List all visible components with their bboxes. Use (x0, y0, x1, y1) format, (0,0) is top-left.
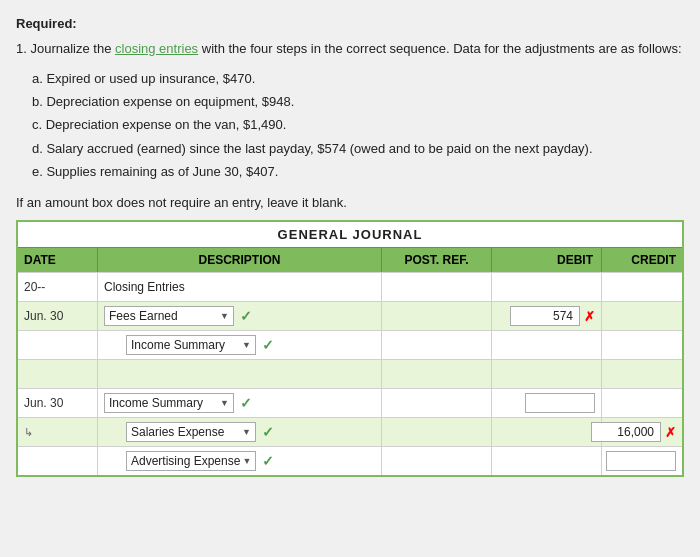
income-summary-dropdown-1[interactable]: Income Summary ▼ (126, 335, 256, 355)
row-ref (382, 331, 492, 359)
instruction-text: 1. Journalize the closing entries with t… (16, 39, 684, 59)
row-credit (602, 331, 682, 359)
dropdown-field: Advertising Expense ▼ ✓ (126, 451, 375, 471)
blank-note: If an amount box does not require an ent… (16, 195, 684, 210)
row-ref (382, 302, 492, 330)
dropdown-field: Salaries Expense ▼ ✓ (126, 422, 375, 442)
dropdown-field: Fees Earned ▼ ✓ (104, 306, 375, 326)
dropdown-arrow-icon: ▼ (242, 427, 251, 437)
credit-empty[interactable] (606, 451, 676, 471)
row-date: Jun. 30 (18, 389, 98, 417)
spacer-desc (98, 360, 382, 388)
table-row: Jun. 30 Fees Earned ▼ ✓ 574 ✗ (18, 301, 682, 330)
row-description: Salaries Expense ▼ ✓ (98, 418, 382, 446)
required-label: Required: (16, 16, 684, 31)
spacer-date (18, 360, 98, 388)
spacer-debit (492, 360, 602, 388)
row-ref (382, 389, 492, 417)
row-description: Income Summary ▼ ✓ (98, 389, 382, 417)
income-summary-label-2: Income Summary (109, 396, 203, 410)
table-row: ↳ Salaries Expense ▼ ✓ 16,000 ✗ (18, 417, 682, 446)
header-date: DATE (18, 248, 98, 272)
spacer-row (18, 359, 682, 388)
header-debit: DEBIT (492, 248, 602, 272)
adjustment-list: a. Expired or used up insurance, $470. b… (32, 67, 684, 184)
table-row: Income Summary ▼ ✓ (18, 330, 682, 359)
closing-entries-link[interactable]: closing entries (115, 41, 198, 56)
row-description: Advertising Expense ▼ ✓ (98, 447, 382, 475)
row-date (18, 447, 98, 475)
advertising-expense-dropdown[interactable]: Advertising Expense ▼ (126, 451, 256, 471)
dropdown-field: Income Summary ▼ ✓ (126, 335, 375, 355)
adjustment-c: c. Depreciation expense on the van, $1,4… (32, 113, 684, 136)
row-debit (492, 389, 602, 417)
row-credit: 16,000 ✗ (602, 418, 682, 446)
row-description: Income Summary ▼ ✓ (98, 331, 382, 359)
income-summary-label-1: Income Summary (131, 338, 225, 352)
row-credit (602, 302, 682, 330)
row-description: Closing Entries (98, 273, 382, 301)
adjustment-a: a. Expired or used up insurance, $470. (32, 67, 684, 90)
debit-empty[interactable] (525, 393, 595, 413)
check-icon: ✓ (262, 337, 274, 353)
journal-title: GENERAL JOURNAL (18, 222, 682, 247)
table-row: Jun. 30 Income Summary ▼ ✓ (18, 388, 682, 417)
check-icon: ✓ (240, 395, 252, 411)
header-post-ref: POST. REF. (382, 248, 492, 272)
row-date (18, 331, 98, 359)
row-debit (492, 331, 602, 359)
journal-header: DATE DESCRIPTION POST. REF. DEBIT CREDIT (18, 247, 682, 272)
spacer-ref (382, 360, 492, 388)
debit-amount[interactable]: 574 (510, 306, 580, 326)
row-debit (492, 447, 602, 475)
table-row: Advertising Expense ▼ ✓ (18, 446, 682, 475)
error-x-icon: ✗ (665, 425, 676, 440)
row-ref (382, 273, 492, 301)
row-ref (382, 447, 492, 475)
advertising-expense-label: Advertising Expense (131, 454, 240, 468)
dropdown-field: Income Summary ▼ ✓ (104, 393, 375, 413)
row-date: ↳ (18, 418, 98, 446)
dropdown-arrow-icon: ▼ (242, 456, 251, 466)
check-icon: ✓ (262, 453, 274, 469)
row-debit (492, 418, 602, 446)
spacer-credit (602, 360, 682, 388)
credit-amount[interactable]: 16,000 (591, 422, 661, 442)
row-debit (492, 273, 602, 301)
fees-earned-label: Fees Earned (109, 309, 178, 323)
salaries-expense-label: Salaries Expense (131, 425, 224, 439)
header-credit: CREDIT (602, 248, 682, 272)
dropdown-arrow-icon: ▼ (220, 311, 229, 321)
dropdown-arrow-icon: ▼ (242, 340, 251, 350)
row-debit: 574 ✗ (492, 302, 602, 330)
row-credit (602, 447, 682, 475)
row-credit (602, 273, 682, 301)
row-description: Fees Earned ▼ ✓ (98, 302, 382, 330)
error-x-icon: ✗ (584, 309, 595, 324)
row-date: Jun. 30 (18, 302, 98, 330)
salaries-expense-dropdown[interactable]: Salaries Expense ▼ (126, 422, 256, 442)
general-journal: GENERAL JOURNAL DATE DESCRIPTION POST. R… (16, 220, 684, 477)
adjustment-e: e. Supplies remaining as of June 30, $40… (32, 160, 684, 183)
check-icon: ✓ (240, 308, 252, 324)
row-date: 20-- (18, 273, 98, 301)
adjustment-b: b. Depreciation expense on equipment, $9… (32, 90, 684, 113)
fees-earned-dropdown[interactable]: Fees Earned ▼ (104, 306, 234, 326)
dropdown-arrow-icon: ▼ (220, 398, 229, 408)
row-ref (382, 418, 492, 446)
income-summary-dropdown-2[interactable]: Income Summary ▼ (104, 393, 234, 413)
adjustment-d: d. Salary accrued (earned) since the las… (32, 137, 684, 160)
header-description: DESCRIPTION (98, 248, 382, 272)
check-icon: ✓ (262, 424, 274, 440)
table-row: 20-- Closing Entries (18, 272, 682, 301)
row-credit (602, 389, 682, 417)
